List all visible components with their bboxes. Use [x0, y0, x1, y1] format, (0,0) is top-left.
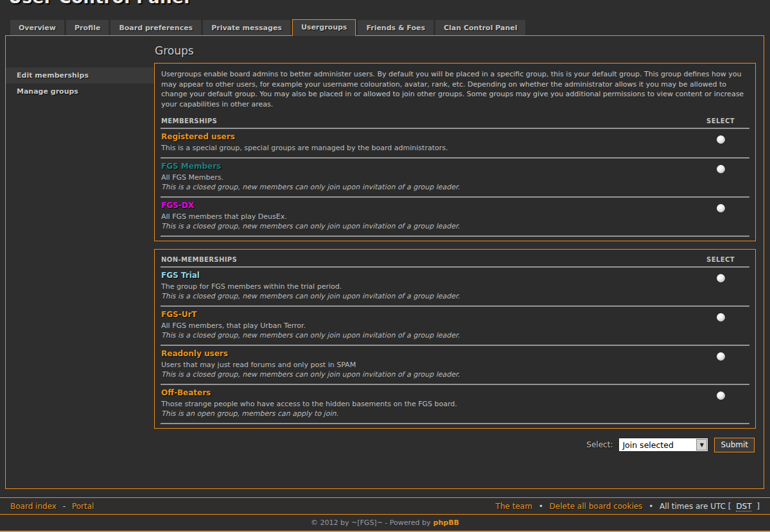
group-description: The group for FGS members within the tri…: [161, 282, 460, 291]
group-name-link[interactable]: Readonly users: [161, 349, 460, 358]
board-index-link[interactable]: Board index: [10, 502, 57, 511]
group-name-link[interactable]: FGS Trial: [161, 271, 460, 280]
ucp-main-panel: Edit membershipsManage groups Groups Use…: [5, 35, 764, 489]
group-select-radio[interactable]: [717, 274, 725, 282]
footer-bar: Board index - Portal The team • Delete a…: [0, 497, 770, 515]
dst-link[interactable]: DST: [736, 502, 751, 511]
sidebar-item-edit-memberships[interactable]: Edit memberships: [6, 67, 154, 83]
group-name-link[interactable]: Registered users: [161, 132, 448, 141]
group-description: All FGS members that play DeusEx.: [161, 212, 460, 221]
utc-times-close: ]: [757, 502, 760, 511]
group-row: FGS TrialThe group for FGS members withi…: [161, 268, 749, 307]
group-row: Off-BeatersThose strange people who have…: [161, 385, 749, 424]
group-row: FGS MembersAll FGS Members.This is a clo…: [161, 159, 749, 198]
group-select-cell: [692, 132, 749, 146]
non-memberships-panel: NON-MEMBERSHIPSSELECTFGS TrialThe group …: [154, 249, 756, 429]
portal-link[interactable]: Portal: [72, 502, 94, 511]
group-select-cell: [692, 310, 749, 324]
memberships-panel: Usergroups enable board admins to better…: [154, 63, 756, 241]
group-description: Those strange people who have access to …: [161, 399, 457, 409]
non-memberships-header-label: NON-MEMBERSHIPS: [161, 256, 237, 263]
group-name-link[interactable]: FGS-DX: [161, 201, 460, 210]
group-name-link[interactable]: FGS-UrT: [161, 310, 460, 319]
group-select-radio[interactable]: [717, 391, 725, 400]
tab-board-preferences[interactable]: Board preferences: [110, 20, 201, 36]
the-team-link[interactable]: The team: [496, 502, 532, 511]
group-info: FGS-UrTAll FGS members, that play Urban …: [161, 310, 460, 340]
submit-button[interactable]: Submit: [714, 438, 755, 452]
footer-left: Board index - Portal: [10, 502, 94, 511]
sidebar-item-manage-groups[interactable]: Manage groups: [6, 83, 154, 99]
ucp-content: Groups Usergroups enable board admins to…: [154, 36, 764, 488]
tab-overview[interactable]: Overview: [10, 20, 64, 36]
group-info: FGS TrialThe group for FGS members withi…: [161, 271, 460, 301]
group-name-link[interactable]: Off-Beaters: [161, 388, 457, 397]
delete-cookies-link[interactable]: Delete all board cookies: [550, 502, 643, 511]
groups-description: Usergroups enable board admins to better…: [161, 69, 749, 109]
tab-clan-control-panel[interactable]: Clan Control Panel: [435, 20, 525, 36]
group-row: Registered usersThis is a special group,…: [161, 129, 749, 159]
group-note: This is a closed group, new members can …: [161, 221, 460, 231]
tab-bar: OverviewProfileBoard preferencesPrivate …: [10, 19, 765, 36]
page-title: User Control Panel: [8, 0, 190, 7]
group-note: This is an open group, members can apply…: [161, 409, 457, 418]
group-select-radio[interactable]: [717, 352, 725, 361]
group-select-cell: [692, 271, 749, 285]
dropdown-arrow-icon[interactable]: ▼: [696, 439, 707, 450]
group-select-radio[interactable]: [717, 204, 725, 212]
ucp-sidebar: Edit membershipsManage groups: [6, 36, 154, 488]
group-info: Registered usersThis is a special group,…: [161, 132, 448, 153]
memberships-header-label: MEMBERSHIPS: [161, 117, 217, 124]
dropdown-selected-value: Join selected: [619, 440, 673, 450]
phpbb-link[interactable]: phpBB: [433, 519, 459, 527]
group-action-row: Select: Join selected ▼ Submit: [154, 437, 755, 452]
group-name-link[interactable]: FGS Members: [161, 162, 460, 171]
group-info: Off-BeatersThose strange people who have…: [161, 388, 457, 418]
group-note: This is a closed group, new members can …: [161, 370, 460, 379]
select-column-header: SELECT: [692, 117, 749, 124]
footer-separator: -: [63, 502, 66, 511]
group-info: Readonly usersUsers that may just read f…: [161, 349, 460, 379]
group-note: This is a closed group, new members can …: [161, 291, 460, 301]
memberships-table-header: MEMBERSHIPSSELECT: [161, 116, 749, 129]
tab-profile[interactable]: Profile: [66, 20, 109, 36]
group-description: This is a special group, special groups …: [161, 143, 448, 153]
group-row: FGS-DXAll FGS members that play DeusEx.T…: [161, 198, 749, 237]
group-info: FGS MembersAll FGS Members.This is a clo…: [161, 162, 460, 192]
group-action-dropdown[interactable]: Join selected ▼: [618, 438, 708, 452]
group-select-cell: [692, 349, 749, 363]
copyright-text: © 2012 by ~[FGS]~ - Powered by: [311, 519, 431, 527]
group-select-cell: [692, 388, 749, 402]
group-select-cell: [692, 162, 749, 176]
tab-private-messages[interactable]: Private messages: [203, 20, 290, 36]
group-info: FGS-DXAll FGS members that play DeusEx.T…: [161, 201, 460, 231]
group-note: This is a closed group, new members can …: [161, 330, 460, 340]
group-row: Readonly usersUsers that may just read f…: [161, 346, 749, 385]
tab-usergroups[interactable]: Usergroups: [292, 19, 356, 36]
group-note: This is a closed group, new members can …: [161, 182, 460, 192]
non-memberships-table-header: NON-MEMBERSHIPSSELECT: [161, 254, 749, 268]
select-action-label: Select:: [586, 440, 613, 449]
group-description: Users that may just read forums and only…: [161, 360, 460, 370]
copyright-bar: © 2012 by ~[FGS]~ - Powered by phpBB: [0, 515, 770, 532]
group-select-radio[interactable]: [717, 135, 725, 144]
group-panels: Usergroups enable board admins to better…: [154, 63, 756, 429]
group-select-cell: [692, 201, 749, 215]
group-select-radio[interactable]: [717, 313, 725, 322]
utc-times-text: All times are UTC [: [660, 502, 731, 511]
groups-heading: Groups: [155, 44, 756, 57]
group-select-radio[interactable]: [717, 165, 725, 173]
footer-bullet: •: [539, 502, 543, 511]
group-description: All FGS members, that play Urban Terror.: [161, 321, 460, 330]
footer-bullet: •: [649, 502, 653, 511]
group-row: FGS-UrTAll FGS members, that play Urban …: [161, 307, 749, 346]
select-column-header: SELECT: [692, 256, 749, 263]
group-description: All FGS Members.: [161, 173, 460, 182]
tab-friends-foes[interactable]: Friends & Foes: [358, 20, 433, 36]
footer-right: The team • Delete all board cookies • Al…: [496, 502, 760, 511]
